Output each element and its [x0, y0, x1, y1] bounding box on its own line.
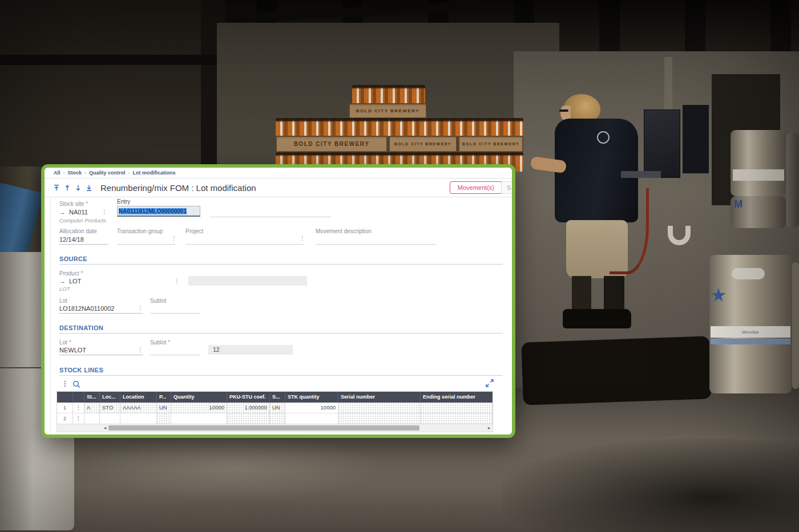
- table-cell[interactable]: [120, 413, 157, 424]
- product-value[interactable]: →LOT: [59, 278, 81, 285]
- table-cell[interactable]: UN: [157, 403, 171, 413]
- source-lot-underline: [59, 313, 143, 314]
- save-button-clipped[interactable]: S: [501, 181, 515, 194]
- transaction-group-label: Transaction group: [117, 228, 163, 234]
- table-cell[interactable]: STO: [100, 403, 120, 413]
- grid-menu-icon[interactable]: ⋮: [62, 380, 68, 388]
- next-record-icon[interactable]: [75, 184, 82, 192]
- row-menu-icon[interactable]: ⋮: [73, 403, 84, 413]
- entry-input[interactable]: NA0111812MLO00000001: [117, 206, 200, 217]
- last-record-icon[interactable]: [86, 184, 92, 192]
- table-cell[interactable]: [157, 413, 171, 424]
- previous-record-icon[interactable]: [64, 184, 71, 192]
- breadcrumb-item-lot-modifications[interactable]: Lot modifications: [133, 170, 176, 176]
- destination-lot-value[interactable]: NEWLOT: [59, 347, 86, 354]
- destination-section-heading: DESTINATION: [59, 324, 103, 331]
- project-label: Project: [185, 228, 203, 234]
- title-bar: Renumbering/mix FOM : Lot modification M…: [45, 178, 512, 197]
- column-header: [73, 392, 84, 403]
- breadcrumb-item-stock[interactable]: Stock: [68, 170, 82, 176]
- record-navigation: [53, 184, 92, 192]
- grid-expand-icon[interactable]: [486, 379, 494, 387]
- table-cell[interactable]: 1.000000: [227, 403, 270, 413]
- project-menu-icon[interactable]: ⋮: [300, 235, 305, 241]
- table-cell[interactable]: [338, 413, 421, 424]
- scroll-left-icon[interactable]: ◂: [104, 424, 106, 432]
- table-cell[interactable]: 10000: [285, 403, 338, 413]
- movement-description-label: Movement description: [316, 228, 372, 234]
- stock-lines-section-heading: STOCK LINES: [59, 367, 103, 373]
- movements-button[interactable]: Movement(s): [450, 181, 502, 194]
- grid-search-icon[interactable]: [72, 380, 80, 388]
- destination-lot-menu-icon[interactable]: ⋮: [138, 347, 143, 353]
- work-table: [621, 171, 661, 178]
- project-field[interactable]: [185, 244, 304, 245]
- stock-site-menu-icon[interactable]: ⋮: [102, 209, 107, 215]
- product-menu-icon[interactable]: ⋮: [174, 278, 180, 284]
- first-record-icon[interactable]: [53, 184, 60, 192]
- table-cell[interactable]: [100, 413, 120, 424]
- tray-label: BOLD CITY BREWERY: [294, 141, 370, 147]
- entry-description-field[interactable]: [209, 209, 331, 217]
- keg-label-strip: MicroStar: [711, 326, 790, 338]
- sublot-count-box: 12: [208, 345, 293, 355]
- worker-leg-right: [604, 276, 624, 309]
- destination-sublot-field[interactable]: [150, 355, 200, 355]
- stock-site-value[interactable]: →NA011: [59, 209, 88, 216]
- stock-site-label: Stock site*: [59, 201, 88, 207]
- app-window: All › Stock › Quality control › Lot modi…: [41, 164, 515, 438]
- product-readonly-box: [188, 276, 307, 286]
- required-marker: *: [80, 270, 83, 277]
- transaction-group-menu-icon[interactable]: ⋮: [171, 235, 177, 241]
- allocation-date-value[interactable]: 12/14/18: [59, 236, 84, 243]
- keg-stack-top: [731, 130, 786, 196]
- table-cell[interactable]: [84, 413, 100, 424]
- table-cell[interactable]: UN: [270, 403, 285, 413]
- table-cell[interactable]: [285, 413, 338, 424]
- column-header: Quantity: [171, 392, 227, 403]
- breadcrumb-item-quality-control[interactable]: Quality control: [89, 170, 126, 176]
- brewery-tray-right: BOLD CITY BREWERY: [458, 136, 523, 152]
- breadcrumb-item-all[interactable]: All: [54, 170, 60, 176]
- row-menu-icon[interactable]: ⋮: [73, 413, 84, 424]
- tray-label: BOLD CITY BREWERY: [462, 142, 520, 146]
- rubber-mat: [521, 336, 712, 405]
- table-cell[interactable]: [338, 403, 421, 413]
- table-cell[interactable]: A: [84, 403, 100, 413]
- keg-handle-hole: [732, 268, 765, 279]
- jump-arrow-icon[interactable]: →: [59, 209, 66, 216]
- column-header: Serial number: [338, 392, 421, 403]
- table-cell[interactable]: [421, 413, 493, 424]
- keg-right-partial: [786, 132, 799, 228]
- column-header: P...: [157, 392, 171, 403]
- table-cell[interactable]: [421, 403, 493, 413]
- keg-letter: M: [734, 198, 742, 210]
- page-title: Renumbering/mix FOM : Lot modification: [100, 183, 256, 193]
- breadcrumb-separator-icon: ›: [84, 170, 86, 176]
- allocation-date-label: Allocation date: [59, 228, 97, 234]
- scrollbar-thumb[interactable]: [108, 425, 419, 431]
- column-header: Location: [120, 392, 157, 403]
- source-sublot-field[interactable]: [150, 313, 200, 314]
- jump-arrow-icon[interactable]: →: [59, 278, 66, 285]
- table-cell[interactable]: AAAAA: [120, 403, 157, 413]
- row-number[interactable]: 1: [57, 403, 73, 413]
- source-lot-menu-icon[interactable]: ⋮: [138, 305, 143, 311]
- scroll-right-icon[interactable]: ▸: [488, 424, 490, 432]
- stock-lines-grid: St...Loc...LocationP...QuantityPKU-STU c…: [57, 392, 493, 424]
- movement-description-field[interactable]: [316, 244, 437, 245]
- table-cell[interactable]: [227, 413, 270, 424]
- tray-label: BOLD CITY BREWERY: [394, 142, 452, 146]
- transaction-group-field[interactable]: [117, 244, 175, 245]
- table-cell[interactable]: 10000: [171, 403, 227, 413]
- control-box: [644, 109, 680, 178]
- source-lot-value[interactable]: LO1812NA0110002: [59, 305, 114, 312]
- breadcrumb: All › Stock › Quality control › Lot modi…: [45, 168, 512, 178]
- table-cell[interactable]: [270, 413, 285, 424]
- can-row-middle: [276, 118, 523, 136]
- brewery-tray-left: BOLD CITY BREWERY: [276, 136, 388, 152]
- keg-blue-strip: [711, 339, 790, 344]
- table-cell[interactable]: [171, 413, 227, 424]
- breadcrumb-separator-icon: ›: [63, 170, 65, 176]
- row-number[interactable]: 2: [57, 413, 73, 424]
